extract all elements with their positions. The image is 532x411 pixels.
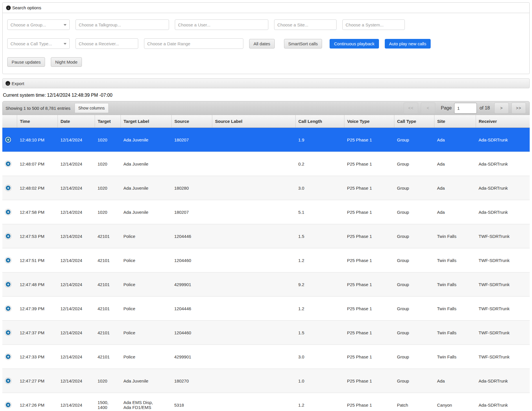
cell-receiver: TWF-SDRTrunk bbox=[476, 224, 530, 248]
expand-plus-icon[interactable]: + bbox=[5, 137, 11, 143]
continuous-playback-button[interactable]: Continuous playback bbox=[330, 39, 379, 49]
expand-plus-icon[interactable]: + bbox=[5, 233, 11, 239]
header-receiver[interactable]: Receiver bbox=[476, 115, 530, 128]
cell-target: 1020 bbox=[95, 152, 121, 176]
cell-receiver: TWF-SDRTrunk bbox=[476, 321, 530, 345]
cell-time: 12:48:10 PM bbox=[17, 128, 57, 152]
search-options-header[interactable]: ↓ Search options bbox=[3, 3, 529, 13]
expand-plus-icon[interactable]: + bbox=[5, 161, 11, 167]
expand-cell: + bbox=[2, 297, 17, 321]
cell-time: 12:47:51 PM bbox=[17, 248, 57, 272]
pagination-last-button[interactable]: >> bbox=[511, 103, 526, 114]
expand-plus-icon[interactable]: + bbox=[5, 402, 11, 408]
smartsort-calls-button[interactable]: SmartSort calls bbox=[284, 39, 322, 49]
page-number-input[interactable] bbox=[454, 103, 477, 114]
cell-source-label bbox=[212, 224, 295, 248]
cell-time: 12:47:33 PM bbox=[17, 345, 57, 369]
site-input[interactable] bbox=[274, 19, 337, 30]
table-row[interactable]: + 12:47:53 PM 12/14/2024 42101 Police 12… bbox=[2, 224, 530, 248]
cell-target-label: Ada Juvenile bbox=[121, 200, 171, 224]
expand-plus-icon[interactable]: + bbox=[5, 281, 11, 287]
chevron-down-icon bbox=[64, 24, 66, 26]
cell-call-length: 1.9 bbox=[295, 128, 344, 152]
header-date[interactable]: Date bbox=[57, 115, 95, 128]
cell-time: 12:48:02 PM bbox=[17, 176, 57, 200]
cell-time: 12:47:26 PM bbox=[17, 393, 57, 411]
expand-plus-icon[interactable]: + bbox=[5, 185, 11, 191]
header-call-type[interactable]: Call Type bbox=[394, 115, 434, 128]
expand-cell: + bbox=[2, 152, 17, 176]
cell-call-type: Group bbox=[394, 272, 434, 297]
date-range-input[interactable] bbox=[144, 38, 243, 49]
call-table-body: + 12:48:10 PM 12/14/2024 1020 Ada Juveni… bbox=[2, 128, 530, 411]
table-row[interactable]: + 12:47:39 PM 12/14/2024 42101 Police 12… bbox=[2, 297, 530, 321]
header-target[interactable]: Target bbox=[95, 115, 121, 128]
header-voice-type[interactable]: Voice Type bbox=[344, 115, 394, 128]
group-select[interactable]: Choose a Group... bbox=[7, 19, 70, 30]
cell-call-length: 3.0 bbox=[295, 176, 344, 200]
expand-cell: + bbox=[2, 200, 17, 224]
expand-plus-icon[interactable]: + bbox=[5, 330, 11, 335]
table-row[interactable]: + 12:47:48 PM 12/14/2024 42101 Police 42… bbox=[2, 272, 530, 297]
table-row[interactable]: + 12:47:27 PM 12/14/2024 1020 Ada Juveni… bbox=[2, 369, 530, 393]
cell-target: 1020 bbox=[95, 128, 121, 152]
expand-plus-icon[interactable]: + bbox=[5, 354, 11, 360]
expand-cell: + bbox=[2, 345, 17, 369]
pagination-prev-button[interactable]: < bbox=[421, 103, 435, 114]
cell-source: 1204446 bbox=[171, 224, 212, 248]
cell-site: Twin Falls bbox=[434, 297, 476, 321]
expand-cell: + bbox=[2, 393, 17, 411]
cell-date: 12/14/2024 bbox=[57, 128, 95, 152]
expand-plus-icon[interactable]: + bbox=[5, 257, 11, 263]
table-row[interactable]: + 12:47:58 PM 12/14/2024 1020 Ada Juveni… bbox=[2, 200, 530, 224]
auto-play-new-calls-button[interactable]: Auto play new calls bbox=[385, 39, 431, 49]
cell-target: 42101 bbox=[95, 224, 121, 248]
cell-target-label: Ada Juvenile bbox=[121, 369, 171, 393]
cell-site: Twin Falls bbox=[434, 345, 476, 369]
night-mode-button[interactable]: Night Mode bbox=[51, 57, 82, 67]
cell-call-length: 1.2 bbox=[295, 393, 344, 411]
search-options-panel: ↓ Search options Choose a Group... Choos… bbox=[2, 2, 530, 74]
pause-updates-button[interactable]: Pause updates bbox=[7, 57, 45, 67]
show-columns-button[interactable]: Show columns bbox=[75, 103, 109, 113]
table-row[interactable]: + 12:47:37 PM 12/14/2024 42101 Police 12… bbox=[2, 321, 530, 345]
system-input[interactable] bbox=[342, 19, 405, 30]
header-site[interactable]: Site bbox=[434, 115, 476, 128]
talkgroup-input[interactable] bbox=[76, 19, 169, 30]
header-source-label[interactable]: Source Label bbox=[212, 115, 295, 128]
header-call-length[interactable]: Call Length bbox=[295, 115, 344, 128]
table-row[interactable]: + 12:47:33 PM 12/14/2024 42101 Police 42… bbox=[2, 345, 530, 369]
filter-row-1: Choose a Group... bbox=[7, 19, 525, 30]
cell-target: 1020 bbox=[95, 369, 121, 393]
cell-receiver: TWF-SDRTrunk bbox=[476, 248, 530, 272]
cell-source: 180207 bbox=[171, 200, 212, 224]
header-source[interactable]: Source bbox=[171, 115, 212, 128]
cell-voice-type: P25 Phase 1 bbox=[344, 224, 394, 248]
expand-plus-icon[interactable]: + bbox=[5, 378, 11, 384]
cell-date: 12/14/2024 bbox=[57, 369, 95, 393]
table-row[interactable]: + 12:48:02 PM 12/14/2024 1020 Ada Juveni… bbox=[2, 176, 530, 200]
all-dates-button[interactable]: All dates bbox=[249, 39, 275, 49]
cell-call-type: Group bbox=[394, 297, 434, 321]
pagination-first-button[interactable]: << bbox=[404, 103, 418, 114]
table-row[interactable]: + 12:47:51 PM 12/14/2024 42101 Police 12… bbox=[2, 248, 530, 272]
receiver-input[interactable] bbox=[76, 38, 138, 49]
export-label: Export bbox=[12, 81, 24, 86]
table-row[interactable]: + 12:48:07 PM 12/14/2024 1020 Ada Juveni… bbox=[2, 152, 530, 176]
expand-plus-icon[interactable]: + bbox=[5, 306, 11, 311]
header-time[interactable]: Time bbox=[17, 115, 57, 128]
table-row[interactable]: + 12:47:26 PM 12/14/2024 1500, 1400 Ada … bbox=[2, 393, 530, 411]
cell-time: 12:48:07 PM bbox=[17, 152, 57, 176]
cell-site: Ada bbox=[434, 369, 476, 393]
header-target-label[interactable]: Target Label bbox=[121, 115, 171, 128]
expand-plus-icon[interactable]: + bbox=[5, 209, 11, 215]
cell-target: 42101 bbox=[95, 272, 121, 297]
cell-source-label bbox=[212, 176, 295, 200]
table-toolbar: Showing 1 to 500 of 8,781 entries Show c… bbox=[2, 101, 530, 115]
call-type-select[interactable]: Choose a Call Type... bbox=[7, 38, 70, 49]
user-input[interactable] bbox=[175, 19, 268, 30]
table-row[interactable]: + 12:48:10 PM 12/14/2024 1020 Ada Juveni… bbox=[2, 128, 530, 152]
cell-site: Twin Falls bbox=[434, 248, 476, 272]
export-bar[interactable]: → Export bbox=[2, 78, 530, 88]
pagination-next-button[interactable]: > bbox=[494, 103, 509, 114]
